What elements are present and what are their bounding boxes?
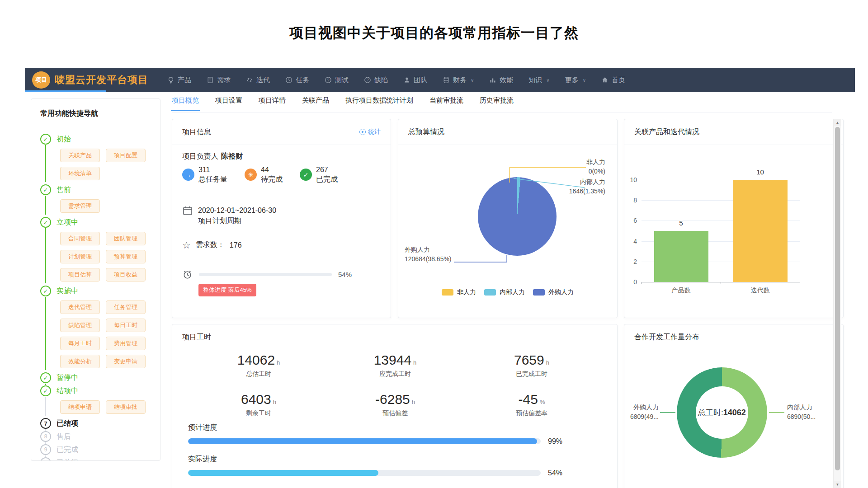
legend-item-非人力[interactable]: 非人力 (442, 288, 476, 296)
pie-label-name: 外购人力 (405, 245, 452, 254)
legend-item-外购人力[interactable]: 外购人力 (533, 288, 574, 296)
bar-value-label: 10 (747, 168, 774, 176)
tab-项目概览[interactable]: 项目概览 (172, 96, 199, 105)
quick-button-效能分析[interactable]: 效能分析 (60, 355, 100, 368)
nav-item-缺陷[interactable]: ?缺陷 (364, 76, 388, 84)
step-connector (45, 397, 46, 416)
svg-text:?: ? (367, 78, 369, 82)
nav-item-效能[interactable]: 效能 (489, 76, 513, 84)
play-circle-icon (359, 129, 366, 135)
nav-item-任务[interactable]: 任务 (285, 76, 309, 84)
quick-button-团队管理[interactable]: 团队管理 (106, 232, 146, 245)
nav-item-财务[interactable]: 财务∨ (443, 76, 474, 84)
step-label: 售后 (57, 432, 71, 441)
nav-item-迭代[interactable]: 迭代 (246, 76, 270, 84)
step-head: 10已关闭 (40, 457, 151, 461)
donut-label-name: 内部人力 (787, 403, 816, 412)
hours-stat-应完成工时: 13944h应完成工时 (327, 352, 463, 378)
stat-lines: 267已完成 (316, 165, 338, 184)
sidebar-step-已完成: 9已完成 (40, 444, 151, 455)
nav-item-label: 效能 (500, 76, 513, 84)
bar-chart-icon (489, 76, 496, 84)
scrollbar-up-arrow[interactable]: ▲ (834, 119, 841, 126)
nav-item-label: 财务 (453, 76, 467, 84)
tab-关联产品[interactable]: 关联产品 (302, 96, 329, 105)
nav-item-label: 需求 (217, 76, 231, 84)
tab-执行项目数据统计计划[interactable]: 执行项目数据统计计划 (345, 96, 413, 105)
svg-text:?: ? (327, 78, 330, 82)
card-title: 项目信息 (182, 127, 211, 137)
tab-项目详情[interactable]: 项目详情 (259, 96, 286, 105)
step-buttons: 合同管理团队管理计划管理预算管理项目估算项目收益 (60, 232, 151, 282)
x-axis-category-label: 产品数 (654, 286, 708, 295)
quick-button-项目配置[interactable]: 项目配置 (106, 149, 146, 162)
sidebar-step-初始: ✓初始关联产品项目配置环境清单 (40, 134, 151, 180)
quick-button-结项申请[interactable]: 结项申请 (60, 400, 100, 414)
hours-stat-value: -45% (463, 392, 600, 407)
nav-item-团队[interactable]: 团队 (403, 76, 427, 84)
sidebar-step-已结项: 7已结项 (40, 418, 151, 429)
step-buttons: 结项申请结项审批 (60, 400, 151, 414)
card-products-iterations: 关联产品和迭代情况 02468105产品数10迭代数 (624, 119, 844, 318)
nav-item-产品[interactable]: 产品 (167, 76, 191, 84)
tab-当前审批流[interactable]: 当前审批流 (429, 96, 463, 105)
stat-lines: 311总任务量 (198, 165, 227, 184)
quick-button-每日工时[interactable]: 每日工时 (106, 319, 146, 332)
step-label: 已完成 (57, 445, 78, 455)
page-title: 项目视图中关于项目的各项常用指标一目了然 (0, 23, 868, 42)
nav-item-更多[interactable]: 更多∨ (565, 76, 586, 84)
work-hours-stats: 14062h总估工时13944h应完成工时7659h已完成工时6403h剩余工时… (190, 352, 600, 418)
step-connector (45, 228, 46, 283)
tab-项目设置[interactable]: 项目设置 (215, 96, 242, 105)
chevron-down-icon: ∨ (583, 78, 586, 83)
step-circle: ✓ (40, 372, 51, 383)
donut-leader-line (660, 412, 675, 413)
quick-button-计划管理[interactable]: 计划管理 (60, 250, 100, 263)
card-title: 项目工时 (182, 333, 211, 342)
step-circle: 10 (40, 457, 51, 461)
quick-button-每月工时[interactable]: 每月工时 (60, 337, 100, 350)
quick-button-任务管理[interactable]: 任务管理 (106, 300, 146, 314)
clock-icon (285, 76, 292, 84)
sidebar-step-实施中: ✓实施中迭代管理任务管理缺陷管理每日工时每月工时费用管理效能分析变更申请 (40, 286, 151, 368)
question-circle-icon: ? (364, 76, 371, 84)
project-owner: 项目负责人陈裕财 (182, 152, 243, 161)
step-circle: 8 (40, 431, 51, 442)
quick-button-结项审批[interactable]: 结项审批 (106, 400, 146, 414)
quick-button-需求管理[interactable]: 需求管理 (60, 199, 100, 213)
progress-row-预计进度: 预计进度99% (188, 423, 559, 444)
quick-button-环境清单[interactable]: 环境清单 (60, 167, 100, 180)
legend-item-内部人力[interactable]: 内部人力 (484, 288, 525, 296)
nav-item-测试[interactable]: ?测试 (325, 76, 349, 84)
home-icon (601, 76, 609, 84)
quick-button-缺陷管理[interactable]: 缺陷管理 (60, 319, 100, 332)
quick-button-项目收益[interactable]: 项目收益 (106, 268, 146, 282)
hours-stat-label: 应完成工时 (327, 370, 463, 378)
card-title: 合作开发工作量分布 (634, 333, 699, 342)
nav-item-label: 测试 (335, 76, 349, 84)
x-axis-category-label: 迭代数 (733, 286, 788, 295)
nav-item-需求[interactable]: 需求 (207, 76, 231, 84)
hours-stat-value: -6285h (327, 392, 463, 407)
quick-button-费用管理[interactable]: 费用管理 (106, 337, 146, 350)
statistics-link[interactable]: 统计 (359, 128, 381, 136)
nav-item-label: 知识 (528, 76, 542, 84)
quick-button-迭代管理[interactable]: 迭代管理 (60, 300, 100, 314)
nav-item-首页[interactable]: 首页 (601, 76, 625, 84)
project-logo-badge: 项目 (32, 71, 50, 89)
quick-button-变更申请[interactable]: 变更申请 (106, 355, 146, 368)
brand-title[interactable]: 唛盟云开发平台项目 (55, 73, 148, 87)
legend-label: 外购人力 (548, 288, 574, 296)
quick-button-预算管理[interactable]: 预算管理 (106, 250, 146, 263)
step-circle: 7 (40, 418, 51, 429)
progress-track (188, 470, 541, 476)
quick-button-项目估算[interactable]: 项目估算 (60, 268, 100, 282)
vertical-scrollbar[interactable]: ▲ ▼ (833, 119, 841, 488)
quick-button-合同管理[interactable]: 合同管理 (60, 232, 100, 245)
scrollbar-down-arrow[interactable]: ▼ (834, 481, 841, 488)
requirement-value: 176 (230, 241, 242, 249)
scrollbar-thumb[interactable] (835, 127, 840, 470)
nav-item-知识[interactable]: 知识∨ (528, 76, 549, 84)
quick-button-关联产品[interactable]: 关联产品 (60, 149, 100, 162)
tab-历史审批流[interactable]: 历史审批流 (480, 96, 514, 105)
